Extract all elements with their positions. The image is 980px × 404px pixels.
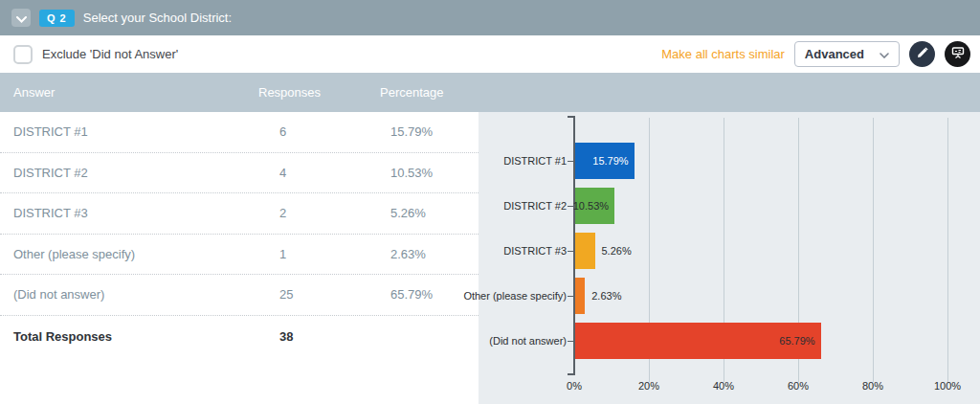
responses-cell: 2 — [258, 206, 380, 220]
x-axis-tick-label: 0% — [567, 380, 582, 392]
percentage-cell: 10.53% — [380, 166, 479, 180]
chart-gridline — [873, 118, 874, 382]
x-axis-tick-label: 40% — [713, 380, 734, 392]
present-chart-button[interactable] — [945, 41, 970, 67]
responses-cell: 1 — [258, 247, 380, 261]
percentage-cell: 15.79% — [380, 124, 479, 139]
results-content: DISTRICT #1 6 15.79% DISTRICT #2 4 10.53… — [0, 112, 980, 404]
x-axis-tick-label: 80% — [862, 380, 883, 392]
edit-chart-button[interactable] — [909, 41, 935, 67]
table-row: DISTRICT #3 2 5.26% — [0, 193, 479, 235]
total-value: 38 — [258, 329, 380, 344]
chart-type-select[interactable]: Advanced — [794, 41, 900, 67]
chart-category-label: (Did not answer) — [489, 334, 567, 348]
exclude-did-not-answer-checkbox[interactable] — [13, 45, 33, 64]
axis-top-cap — [568, 116, 574, 118]
answer-cell: (Did not answer) — [0, 287, 258, 302]
answer-cell: DISTRICT #1 — [0, 124, 258, 139]
question-title: Select your School District: — [83, 11, 232, 25]
chart-category-label: DISTRICT #2 — [503, 199, 567, 213]
responses-cell: 4 — [258, 166, 380, 180]
make-all-charts-similar-link[interactable]: Make all charts similar — [661, 47, 785, 61]
answers-table: DISTRICT #1 6 15.79% DISTRICT #2 4 10.53… — [0, 112, 479, 404]
chart-category-tick — [568, 251, 573, 252]
chart-type-selected-value: Advanced — [805, 47, 864, 61]
exclude-checkbox-label: Exclude 'Did not Answer' — [42, 47, 178, 61]
question-number-badge: Q 2 — [39, 10, 75, 27]
chart-bar — [575, 278, 585, 314]
answer-cell: DISTRICT #2 — [0, 166, 258, 180]
chart-category-tick — [568, 161, 573, 162]
table-row: (Did not answer) 25 65.79% — [0, 275, 479, 316]
table-header-row: Answer Responses Percentage — [0, 73, 980, 112]
chart-toolbar: Exclude 'Did not Answer' Make all charts… — [0, 35, 980, 73]
chart-bar — [575, 233, 595, 269]
answer-cell: DISTRICT #3 — [0, 206, 258, 220]
chart-bar-value-label: 65.79% — [779, 323, 814, 359]
chart-bar-value-label: 10.53% — [573, 188, 609, 224]
responses-cell: 6 — [258, 124, 380, 139]
chart-category-tick — [568, 296, 573, 297]
column-header-answer: Answer — [0, 85, 258, 100]
table-row: DISTRICT #2 4 10.53% — [0, 153, 479, 194]
pencil-icon — [916, 46, 928, 63]
collapse-question-button[interactable] — [11, 9, 31, 27]
chart-gridline — [947, 118, 948, 382]
responses-cell: 25 — [258, 287, 380, 302]
total-label: Total Responses — [0, 329, 258, 344]
column-header-responses: Responses — [258, 85, 380, 100]
answer-cell: Other (please specify) — [0, 247, 258, 261]
chart-category-label: DISTRICT #3 — [503, 244, 567, 258]
chart-category-label: Other (please specify) — [463, 289, 567, 303]
chart-bar-value-label: 2.63% — [591, 278, 621, 314]
percentage-cell: 5.26% — [380, 206, 479, 220]
question-bar: Q 2 Select your School District: — [0, 0, 980, 35]
chart-category-label: DISTRICT #1 — [503, 154, 567, 168]
chart-panel: 0%20%40%60%80%100%DISTRICT #115.79%DISTR… — [479, 112, 980, 404]
chart-bar-value-label: 5.26% — [602, 233, 632, 269]
chart-bar-value-label: 15.79% — [592, 143, 628, 179]
x-axis-tick-label: 100% — [934, 380, 961, 392]
percentage-cell: 2.63% — [380, 247, 479, 261]
axis-bottom-cap — [568, 373, 574, 375]
presentation-icon — [951, 46, 965, 63]
x-axis-tick-label: 20% — [638, 380, 659, 392]
column-header-percentage: Percentage — [380, 85, 980, 100]
chevron-down-icon — [16, 10, 27, 27]
chevron-down-icon — [880, 47, 889, 61]
x-axis-tick-label: 60% — [788, 380, 809, 392]
chart-category-tick — [568, 341, 573, 342]
table-row: DISTRICT #1 6 15.79% — [0, 112, 479, 153]
table-row: Other (please specify) 1 2.63% — [0, 235, 479, 276]
table-total-row: Total Responses 38 — [0, 316, 479, 358]
